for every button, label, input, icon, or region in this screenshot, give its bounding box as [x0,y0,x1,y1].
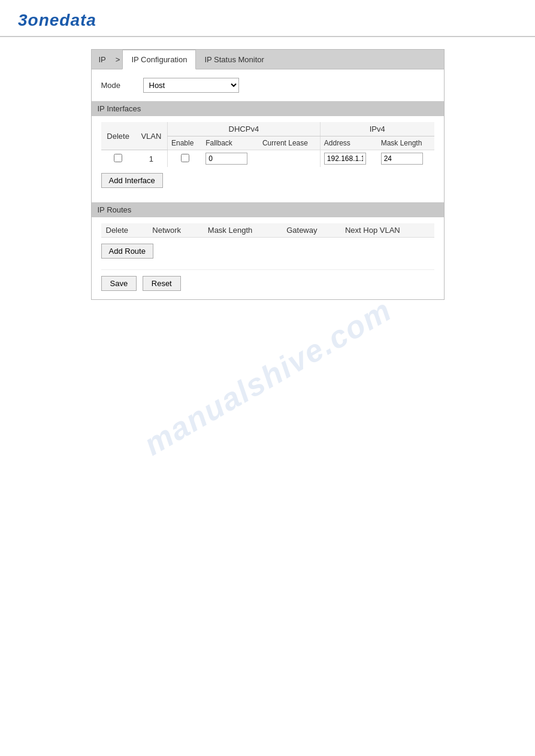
col-header-ipv4: IPv4 [320,122,434,136]
main-content: IP > IP Configuration IP Status Monitor … [0,49,535,300]
sub-col-mask-length: Mask Length [377,136,434,150]
ip-routes-section-header: IP Routes [92,202,444,217]
dhcp-enable-checkbox[interactable] [181,154,189,162]
footer-buttons: Save Reset [101,269,434,291]
routes-col-gateway: Gateway [282,223,340,238]
ip-interfaces-section-header: IP Interfaces [92,101,444,116]
table-group-header-row: Delete VLAN DHCPv4 IPv4 [101,122,434,136]
logo: 3onedata [18,11,517,30]
reset-button[interactable]: Reset [143,276,181,291]
dhcp-fallback-input[interactable] [205,153,247,165]
mode-select[interactable]: Host Router [143,78,239,93]
panel: IP > IP Configuration IP Status Monitor … [91,49,445,300]
table-row: 1 [101,150,434,168]
ip-interfaces-table: Delete VLAN DHCPv4 IPv4 Enable Fallback … [101,122,434,167]
add-interface-button[interactable]: Add Interface [101,173,163,188]
mode-label: Mode [101,81,143,90]
watermark: manualshive.com [138,292,398,462]
sub-col-current-lease: Current Lease [259,136,320,150]
col-header-dhcpv4: DHCPv4 [168,122,321,136]
routes-col-delete: Delete [101,223,148,238]
panel-body: Mode Host Router IP Interfaces Delete VL… [92,69,444,299]
address-cell [320,150,377,168]
save-button[interactable]: Save [101,276,137,291]
ip-routes-table: Delete Network Mask Length Gateway Next … [101,223,434,238]
sub-col-enable: Enable [168,136,202,150]
header: 3onedata [0,0,535,37]
routes-col-network: Network [147,223,203,238]
breadcrumb-label: IP [92,50,113,69]
sub-col-fallback: Fallback [202,136,259,150]
sub-col-address: Address [320,136,377,150]
routes-header-row: Delete Network Mask Length Gateway Next … [101,223,434,238]
tab-ip-configuration[interactable]: IP Configuration [122,50,196,69]
col-header-vlan: VLAN [135,122,168,150]
mask-length-input[interactable] [381,153,423,165]
col-header-delete: Delete [101,122,135,150]
delete-checkbox[interactable] [114,154,122,162]
routes-col-next-hop-vlan: Next Hop VLAN [340,223,434,238]
add-route-button[interactable]: Add Route [101,244,153,259]
vlan-cell: 1 [135,150,168,168]
delete-cell [101,150,135,168]
breadcrumb-separator: > [113,50,123,69]
dhcp-fallback-cell [202,150,259,168]
address-input[interactable] [324,153,366,165]
dhcp-enable-cell [168,150,202,168]
mode-row: Mode Host Router [101,78,434,93]
mask-length-cell [377,150,434,168]
tab-bar: IP > IP Configuration IP Status Monitor [92,50,444,69]
routes-col-mask-length: Mask Length [203,223,282,238]
tab-ip-status-monitor[interactable]: IP Status Monitor [196,50,272,69]
current-lease-cell [259,150,320,168]
vlan-value: 1 [149,154,153,163]
